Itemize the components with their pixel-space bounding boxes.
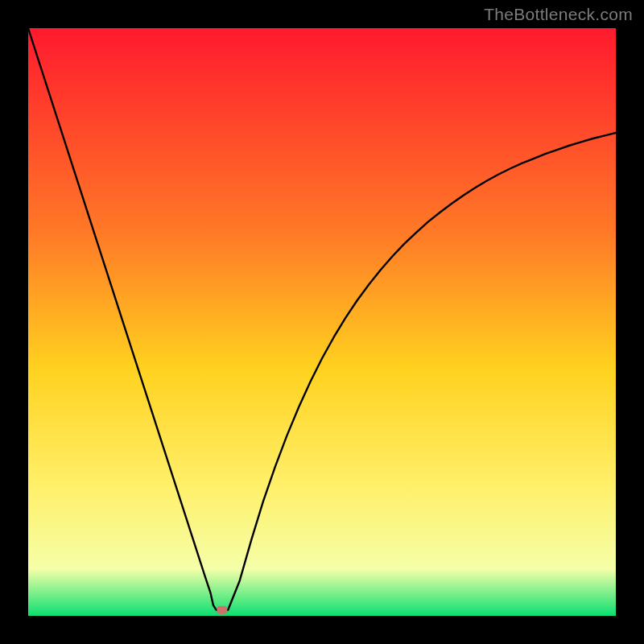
plot-area [28,28,616,616]
outer-frame: TheBottleneck.com [0,0,644,644]
watermark-label: TheBottleneck.com [484,5,633,24]
bottleneck-chart [28,28,616,616]
optimal-point-marker [217,606,227,614]
gradient-background [28,28,616,616]
